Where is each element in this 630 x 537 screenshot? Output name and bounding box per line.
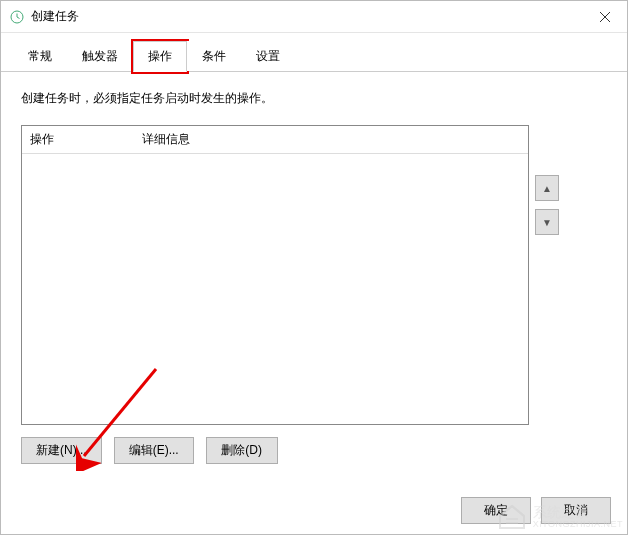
- tab-conditions[interactable]: 条件: [187, 41, 241, 71]
- tab-general[interactable]: 常规: [13, 41, 67, 71]
- ok-button[interactable]: 确定: [461, 497, 531, 524]
- move-down-button[interactable]: ▼: [535, 209, 559, 235]
- column-detail[interactable]: 详细信息: [142, 131, 528, 148]
- list-area: 操作 详细信息 ▲ ▼: [21, 125, 607, 425]
- tab-triggers[interactable]: 触发器: [67, 41, 133, 71]
- reorder-buttons: ▲ ▼: [535, 125, 559, 425]
- clock-icon: [9, 9, 25, 25]
- footer-buttons: 确定 取消: [461, 497, 611, 524]
- tab-settings[interactable]: 设置: [241, 41, 295, 71]
- window-title: 创建任务: [31, 8, 79, 25]
- close-button[interactable]: [582, 1, 627, 33]
- tab-actions[interactable]: 操作: [133, 41, 187, 72]
- move-up-button[interactable]: ▲: [535, 175, 559, 201]
- new-button[interactable]: 新建(N)...: [21, 437, 102, 464]
- actions-list[interactable]: 操作 详细信息: [21, 125, 529, 425]
- cancel-button[interactable]: 取消: [541, 497, 611, 524]
- list-header: 操作 详细信息: [22, 126, 528, 154]
- column-action[interactable]: 操作: [22, 131, 142, 148]
- content-area: 创建任务时，必须指定任务启动时发生的操作。 操作 详细信息 ▲ ▼ 新建(N).…: [1, 72, 627, 476]
- delete-button[interactable]: 删除(D): [206, 437, 278, 464]
- svg-line-2: [17, 17, 20, 19]
- titlebar: 创建任务: [1, 1, 627, 33]
- edit-button[interactable]: 编辑(E)...: [114, 437, 194, 464]
- tab-bar: 常规 触发器 操作 条件 设置: [1, 33, 627, 72]
- dialog-window: 创建任务 常规 触发器 操作 条件 设置 创建任务时，必须指定任务启动时发生的操…: [0, 0, 628, 535]
- action-buttons: 新建(N)... 编辑(E)... 删除(D): [21, 437, 607, 464]
- description-text: 创建任务时，必须指定任务启动时发生的操作。: [21, 90, 607, 107]
